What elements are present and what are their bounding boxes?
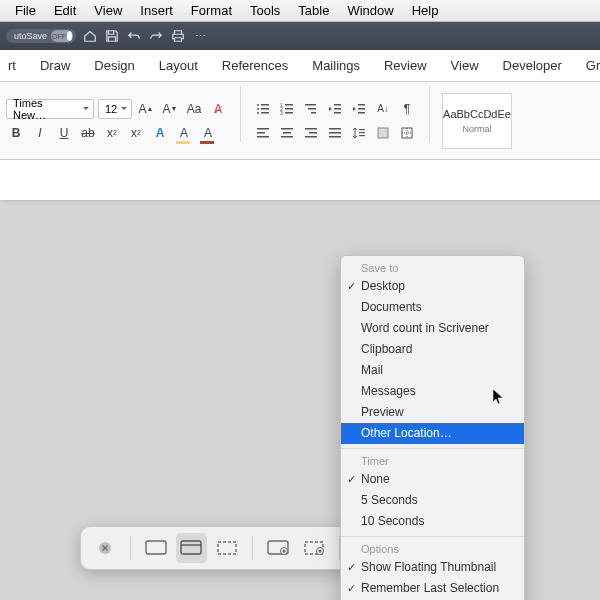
strike-icon[interactable]: ab: [78, 123, 98, 143]
svg-rect-16: [334, 108, 341, 110]
popup-item[interactable]: Desktop: [341, 276, 524, 297]
align-right-icon[interactable]: [301, 123, 321, 143]
tab-layout[interactable]: Layout: [155, 52, 202, 79]
bullets-icon[interactable]: [253, 99, 273, 119]
popup-item[interactable]: Clipboard: [341, 339, 524, 360]
capture-selection-icon[interactable]: [211, 533, 243, 563]
svg-point-2: [257, 108, 259, 110]
underline-icon[interactable]: U: [54, 123, 74, 143]
svg-rect-41: [146, 541, 166, 554]
mouse-cursor-icon: [492, 388, 506, 406]
capture-window-icon[interactable]: [176, 533, 208, 563]
popup-header-options: Options: [341, 541, 524, 557]
svg-rect-44: [218, 542, 236, 554]
svg-rect-42: [181, 541, 201, 554]
grow-font-icon[interactable]: A▲: [136, 99, 156, 119]
record-screen-icon[interactable]: [262, 533, 294, 563]
sort-icon[interactable]: A↓: [373, 99, 393, 119]
style-normal[interactable]: AaBbCcDdEe Normal: [442, 93, 512, 149]
align-center-icon[interactable]: [277, 123, 297, 143]
tab-grammarly[interactable]: Grammarly: [582, 52, 600, 79]
redo-icon[interactable]: [148, 28, 164, 44]
line-spacing-icon[interactable]: [349, 123, 369, 143]
svg-rect-11: [285, 112, 293, 114]
menu-view[interactable]: View: [85, 3, 131, 18]
tab-insert[interactable]: rt: [4, 52, 20, 79]
undo-icon[interactable]: [126, 28, 142, 44]
popup-item[interactable]: Remember Last Selection: [341, 578, 524, 599]
font-name-combo[interactable]: Times New…: [6, 99, 94, 119]
tab-design[interactable]: Design: [90, 52, 138, 79]
italic-icon[interactable]: I: [30, 123, 50, 143]
svg-rect-12: [305, 104, 316, 106]
menu-edit[interactable]: Edit: [45, 3, 85, 18]
svg-rect-18: [358, 104, 365, 106]
font-group: Times New… 12 A▲ A▼ Aa A̷ B I U ab x2 x2…: [6, 86, 228, 155]
svg-rect-31: [329, 132, 341, 134]
popup-item[interactable]: Word count in Scrivener: [341, 318, 524, 339]
popup-item[interactable]: Mail: [341, 360, 524, 381]
clear-format-icon[interactable]: A̷: [208, 99, 228, 119]
svg-rect-26: [281, 136, 293, 138]
superscript-icon[interactable]: x2: [126, 123, 146, 143]
tab-draw[interactable]: Draw: [36, 52, 74, 79]
popup-item[interactable]: 5 Seconds: [341, 490, 524, 511]
close-icon[interactable]: [89, 533, 121, 563]
popup-item[interactable]: Documents: [341, 297, 524, 318]
menu-insert[interactable]: Insert: [131, 3, 182, 18]
tab-review[interactable]: Review: [380, 52, 431, 79]
home-icon[interactable]: [82, 28, 98, 44]
change-case-icon[interactable]: Aa: [184, 99, 204, 119]
highlight-icon[interactable]: A: [174, 123, 194, 143]
menu-format[interactable]: Format: [182, 3, 241, 18]
pilcrow-icon[interactable]: ¶: [397, 99, 417, 119]
styles-group: AaBbCcDdEe Normal: [442, 86, 512, 155]
borders-icon[interactable]: [397, 123, 417, 143]
tab-mailings[interactable]: Mailings: [308, 52, 364, 79]
options-popup: Save to DesktopDocumentsWord count in Sc…: [340, 255, 525, 600]
justify-icon[interactable]: [325, 123, 345, 143]
svg-rect-1: [261, 104, 269, 106]
tab-references[interactable]: References: [218, 52, 292, 79]
svg-rect-21: [257, 128, 269, 130]
record-selection-icon[interactable]: [298, 533, 330, 563]
ribbon: Times New… 12 A▲ A▼ Aa A̷ B I U ab x2 x2…: [0, 82, 600, 160]
font-color-icon[interactable]: A: [198, 123, 218, 143]
svg-rect-15: [334, 104, 341, 106]
text-effects-icon[interactable]: A: [150, 123, 170, 143]
subscript-icon[interactable]: x2: [102, 123, 122, 143]
popup-item[interactable]: 10 Seconds: [341, 511, 524, 532]
svg-rect-23: [257, 136, 269, 138]
svg-point-47: [283, 550, 286, 553]
autosave-toggle[interactable]: utoSave OFF: [6, 29, 76, 43]
menu-table[interactable]: Table: [289, 3, 338, 18]
svg-rect-19: [358, 108, 365, 110]
multilevel-icon[interactable]: [301, 99, 321, 119]
popup-item[interactable]: Other Location…: [341, 423, 524, 444]
svg-rect-5: [261, 112, 269, 114]
svg-rect-30: [329, 128, 341, 130]
bold-icon[interactable]: B: [6, 123, 26, 143]
menu-help[interactable]: Help: [403, 3, 448, 18]
menu-tools[interactable]: Tools: [241, 3, 289, 18]
menu-window[interactable]: Window: [338, 3, 402, 18]
more-icon[interactable]: ⋯: [192, 28, 208, 44]
popup-item[interactable]: None: [341, 469, 524, 490]
numbering-icon[interactable]: 123: [277, 99, 297, 119]
font-size-combo[interactable]: 12: [98, 99, 132, 119]
save-icon[interactable]: [104, 28, 120, 44]
capture-screen-icon[interactable]: [140, 533, 172, 563]
menu-file[interactable]: File: [6, 3, 45, 18]
shading-icon[interactable]: [373, 123, 393, 143]
document-page: [0, 160, 600, 200]
paragraph-group: 123 A↓ ¶: [253, 86, 417, 155]
outdent-icon[interactable]: [325, 99, 345, 119]
print-icon[interactable]: [170, 28, 186, 44]
svg-point-4: [257, 112, 259, 114]
indent-icon[interactable]: [349, 99, 369, 119]
tab-developer[interactable]: Developer: [499, 52, 566, 79]
tab-view[interactable]: View: [447, 52, 483, 79]
shrink-font-icon[interactable]: A▼: [160, 99, 180, 119]
popup-item[interactable]: Show Floating Thumbnail: [341, 557, 524, 578]
align-left-icon[interactable]: [253, 123, 273, 143]
